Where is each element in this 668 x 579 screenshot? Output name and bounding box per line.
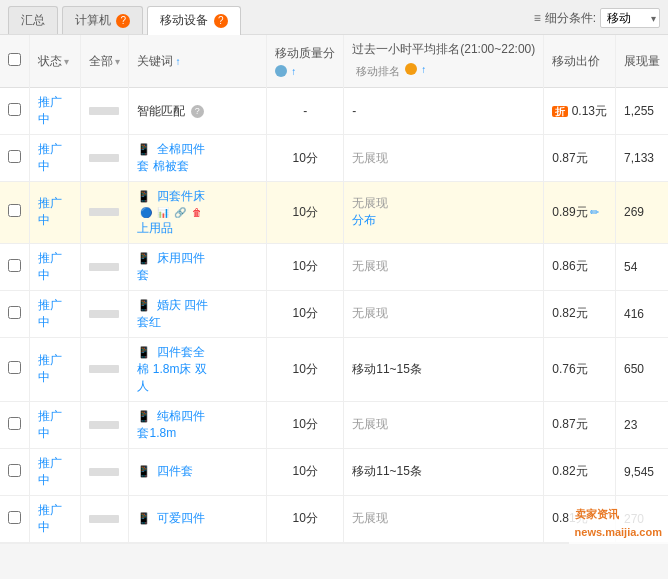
status-badge: 推广中 [38, 142, 62, 173]
row-all-cell [81, 337, 129, 401]
row-price-cell: 0.82元 [544, 290, 616, 337]
row-checkbox-cell[interactable] [0, 401, 30, 448]
row-rank-cell: 无展现 [344, 243, 544, 290]
select-all-checkbox[interactable] [8, 53, 21, 66]
row-keyword-cell: 📱 床用四件套 [129, 243, 267, 290]
th-checkbox[interactable] [0, 35, 30, 88]
keyword-link[interactable]: 四套件床 [157, 189, 205, 203]
row-keyword-cell: 📱 四件套全棉 1.8m床 双人 [129, 337, 267, 401]
row-all-cell [81, 401, 129, 448]
row-status-cell: 推广中 [30, 243, 81, 290]
row-price-cell: 0.86元 [544, 243, 616, 290]
row-checkbox[interactable] [8, 306, 21, 319]
row-display-cell: 54 [616, 243, 669, 290]
all-bar [89, 468, 119, 476]
filter-select[interactable]: 移动 全部 [600, 8, 660, 28]
row-checkbox-cell[interactable] [0, 337, 30, 401]
all-bar [89, 515, 119, 523]
row-keyword-cell: 📱 可爱四件 [129, 495, 267, 543]
watermark-line1: 卖家资讯 [575, 506, 662, 524]
th-score: 移动质量分 ↑ [267, 35, 344, 88]
status-badge: 推广中 [38, 298, 62, 329]
row-checkbox[interactable] [8, 464, 21, 477]
mobile-icon: 📱 [137, 190, 151, 202]
row-keyword-cell: 📱 纯棉四件套1.8m [129, 401, 267, 448]
row-checkbox-cell[interactable] [0, 135, 30, 182]
row-all-cell [81, 88, 129, 135]
row-checkbox[interactable] [8, 103, 21, 116]
row-checkbox[interactable] [8, 511, 21, 524]
status-badge: 推广中 [38, 95, 62, 126]
tab-mobile-badge: ? [214, 14, 228, 28]
row-all-cell [81, 243, 129, 290]
row-display-cell: 7,133 [616, 135, 669, 182]
th-keyword: 关键词 ↑ [129, 35, 267, 88]
row-score-cell: - [267, 88, 344, 135]
rank-distribution-link[interactable]: 分布 [352, 213, 376, 227]
row-keyword-cell: 📱 四件套 [129, 448, 267, 495]
row-all-cell [81, 495, 129, 543]
row-checkbox[interactable] [8, 361, 21, 374]
table-row: 推广中 📱 床用四件套 10分 无展现 0.86元 54 [0, 243, 668, 290]
status-badge: 推广中 [38, 196, 62, 227]
tab-summary-label: 汇总 [21, 13, 45, 27]
tab-mobile[interactable]: 移动设备 ? [147, 6, 240, 35]
row-checkbox[interactable] [8, 417, 21, 430]
status-badge: 推广中 [38, 409, 62, 440]
row-checkbox[interactable] [8, 259, 21, 272]
all-bar [89, 310, 119, 318]
row-checkbox[interactable] [8, 204, 21, 217]
row-checkbox[interactable] [8, 150, 21, 163]
tab-summary[interactable]: 汇总 [8, 6, 58, 34]
row-checkbox-cell[interactable] [0, 448, 30, 495]
row-score-cell: 10分 [267, 243, 344, 290]
action-icon-3[interactable]: 🔗 [173, 206, 187, 220]
status-sort-icon[interactable]: ▾ [64, 56, 69, 67]
rank-sort-icon[interactable]: ↑ [421, 64, 426, 75]
mobile-icon: 📱 [137, 465, 151, 477]
row-status-cell: 推广中 [30, 88, 81, 135]
th-price: 移动出价 [544, 35, 616, 88]
filter-select-wrapper[interactable]: 移动 全部 [600, 8, 660, 28]
main-table: 状态 ▾ 全部 ▾ 关键词 ↑ [0, 35, 668, 544]
table-row: 推广中 📱 四套件床 🔵 📊 🔗 🗑 [0, 182, 668, 244]
tab-computer[interactable]: 计算机 ? [62, 6, 143, 34]
keyword-link-2[interactable]: 上用品 [137, 221, 173, 235]
action-icon-delete[interactable]: 🗑 [190, 206, 204, 220]
score-circle-blue [275, 65, 287, 77]
action-icon-2[interactable]: 📊 [156, 206, 170, 220]
all-sort-icon[interactable]: ▾ [115, 56, 120, 67]
row-all-cell [81, 135, 129, 182]
row-price-cell: 0.82元 [544, 448, 616, 495]
row-status-cell: 推广中 [30, 290, 81, 337]
help-icon[interactable]: ? [191, 105, 204, 118]
all-bar [89, 421, 119, 429]
row-price-cell: 折 0.13元 [544, 88, 616, 135]
row-checkbox-cell[interactable] [0, 243, 30, 290]
tab-bar: 汇总 计算机 ? 移动设备 ? ≡ 细分条件: 移动 全部 [0, 0, 668, 35]
row-display-cell: 269 [616, 182, 669, 244]
row-price-cell: 0.87元 [544, 401, 616, 448]
row-keyword-cell: 📱 婚庆 四件套红 [129, 290, 267, 337]
status-badge: 推广中 [38, 456, 62, 487]
row-checkbox-cell[interactable] [0, 88, 30, 135]
mobile-icon: 📱 [137, 299, 151, 311]
row-score-cell: 10分 [267, 337, 344, 401]
keyword-sort-icon[interactable]: ↑ [175, 56, 180, 67]
row-checkbox-cell[interactable] [0, 495, 30, 543]
keyword-link[interactable]: 四件套 [157, 464, 193, 478]
price-edit-icon[interactable]: ✏ [590, 206, 599, 219]
row-status-cell: 推广中 [30, 337, 81, 401]
score-sort-icon[interactable]: ↑ [291, 66, 296, 77]
action-icon-1[interactable]: 🔵 [139, 206, 153, 220]
tab-mobile-label: 移动设备 [160, 13, 208, 27]
row-display-cell: 1,255 [616, 88, 669, 135]
keyword-link[interactable]: 可爱四件 [157, 511, 205, 525]
row-checkbox-cell[interactable] [0, 182, 30, 244]
row-score-cell: 10分 [267, 182, 344, 244]
table-row: 推广中 📱 全棉四件套 棉被套 10分 无展现 0.87元 7,133 [0, 135, 668, 182]
tab-computer-label: 计算机 [75, 13, 111, 27]
row-checkbox-cell[interactable] [0, 290, 30, 337]
table-row: 推广中 📱 四件套全棉 1.8m床 双人 10分 移动11~15条 0.76元 … [0, 337, 668, 401]
th-display: 展现量 [616, 35, 669, 88]
